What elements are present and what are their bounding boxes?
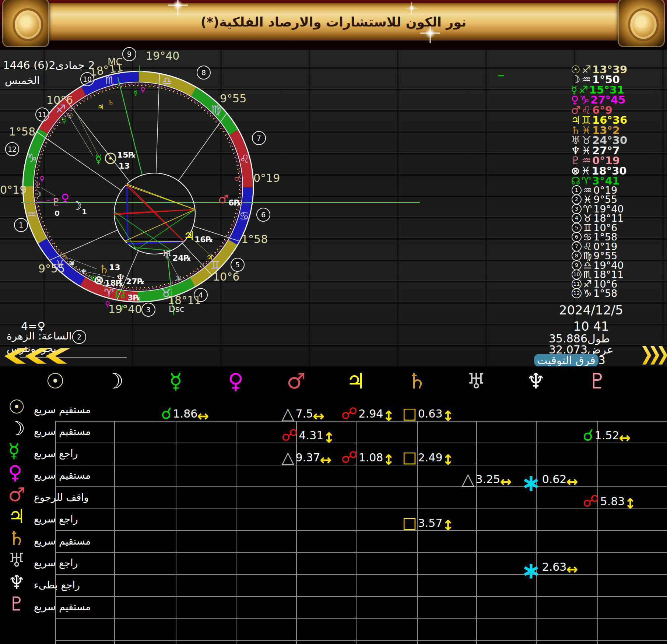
svg-text:16℞: 16℞ <box>194 235 213 244</box>
cusp-2-degree: 9°55 <box>38 262 65 275</box>
svg-text:27℞: 27℞ <box>126 277 144 286</box>
svg-text:⊗: ⊗ <box>69 258 75 267</box>
svg-text:♄: ♄ <box>62 251 68 259</box>
jupiter-icon: ♃ <box>339 369 372 394</box>
pluto-icon: ♇ <box>581 369 614 394</box>
house-4-circle: 4 <box>194 288 208 302</box>
planet-status: راجع سريع <box>34 513 78 525</box>
svg-text:1: 1 <box>82 207 87 216</box>
aspect-cell-sun-jupiter: ☍2.94↕ <box>341 404 394 423</box>
svg-text:♂: ♂ <box>234 174 240 182</box>
planet-status: واقف للرجوع <box>34 492 89 503</box>
mercury-glyph: ☿ <box>95 152 102 165</box>
aspect-cell-moon-mars: ☍4.31↕ <box>281 426 335 445</box>
cusp-12-degree: 1°58 <box>9 125 35 138</box>
svg-text:♄: ♄ <box>108 98 114 106</box>
moon-glyph: ☽ <box>71 199 82 213</box>
planet-status: مستقيم سريع <box>34 601 91 612</box>
svg-text:♍: ♍ <box>211 103 221 116</box>
sextile-icon: ∗ <box>521 559 541 582</box>
moon-icon: ☽ <box>98 369 131 394</box>
sextile-icon: ∗ <box>521 471 541 495</box>
house-6-circle: 6 <box>256 208 270 222</box>
pluto-icon: ♇ <box>8 594 25 613</box>
planet-status: مستقيم سريع <box>34 426 91 437</box>
aspect-cell-mars-pluto: ☍5.83↕ <box>583 492 636 511</box>
svg-text:♀: ♀ <box>39 175 45 183</box>
svg-text:♀: ♀ <box>140 85 145 94</box>
jupiter-icon: ♃ <box>8 507 25 526</box>
weekday: الخميس <box>5 74 40 87</box>
trine-icon: △ <box>461 471 474 488</box>
venus-glyph: ♀ <box>61 191 69 204</box>
pluto-glyph: ♇ <box>52 196 61 208</box>
square-icon: □ <box>402 515 417 531</box>
svg-text:♒: ♒ <box>27 208 37 221</box>
time-value: 10 41 <box>549 319 633 334</box>
cusp-8-degree: 9°55 <box>220 92 246 105</box>
svg-text:☿: ☿ <box>62 116 66 124</box>
north-node-glyph: ☊ <box>115 287 125 301</box>
cusp-9-degree: 19°40 <box>146 49 179 62</box>
house-2-circle: 2 <box>72 330 86 344</box>
planet-status: مستقيم سريع <box>34 404 91 415</box>
mc-label: MC <box>108 56 123 67</box>
planet-status: راجع سريع <box>34 557 78 569</box>
green-dash-marker <box>498 75 504 76</box>
uranus-icon: ♅ <box>460 369 493 394</box>
svg-text:♈: ♈ <box>104 286 114 299</box>
title-banner: نور الكون للاستشارات والارصاد الفلكية(*) <box>0 0 667 50</box>
house-5-circle: 5 <box>231 258 245 272</box>
house-9-circle: 9 <box>122 47 136 61</box>
aspect-cell-sun-mars: △7.5↔ <box>281 404 324 423</box>
svg-text:24℞: 24℞ <box>172 253 191 263</box>
svg-text:♃: ♃ <box>97 103 103 111</box>
mc-axis-marker: ⊥ <box>136 63 144 74</box>
aspect-cell-venus-neptune: ∗0.62↔ <box>521 469 578 489</box>
house-1-circle: 1 <box>14 218 28 232</box>
neptune-icon: ♆ <box>8 573 25 592</box>
svg-text:0: 0 <box>55 209 60 218</box>
house-7-circle: 7 <box>252 131 266 145</box>
sun-icon: ☉ <box>8 397 25 416</box>
saturn-icon: ♄ <box>400 369 433 394</box>
aspect-grid: ☉ ☽ ☿ ♀ ♂ ♃ ♄ ♅ ♆ ♇ ☉ مستقيم سريع ☽ <box>0 366 667 644</box>
svg-text:♎: ♎ <box>162 74 172 87</box>
conjunction-icon: ☌ <box>583 427 594 443</box>
svg-text:♅: ♅ <box>175 275 182 283</box>
aspect-cell-venus-uranus: △3.25↔ <box>461 469 512 489</box>
cusp-7-degree: 0°19 <box>253 172 280 184</box>
svg-text:☽: ☽ <box>35 190 41 198</box>
planet-status: مستقيم سريع <box>34 469 91 481</box>
trine-icon: △ <box>281 405 294 422</box>
aspect-cell-jupiter-saturn: □3.57↕ <box>402 513 454 532</box>
svg-text:13: 13 <box>119 161 130 170</box>
neptune-glyph: ♆ <box>116 272 126 285</box>
sun-icon: ☉ <box>39 369 72 394</box>
astrology-app: نور الكون للاستشارات والارصاد الفلكية(*) <box>0 0 667 644</box>
svg-text:♋: ♋ <box>239 210 249 222</box>
aspect-cell-sun-mercury: ☌1.86↔ <box>161 404 209 423</box>
aspect-cell-mercury-saturn: □2.49↕ <box>402 448 454 467</box>
mercury-icon: ☿ <box>8 441 20 460</box>
mars-icon: ♂ <box>280 369 313 394</box>
uranus-icon: ♅ <box>8 550 25 570</box>
house-11-circle: 11 <box>35 108 49 122</box>
conjunction-icon: ☌ <box>161 405 172 422</box>
square-icon: □ <box>402 406 417 421</box>
moon-icon: ☽ <box>8 419 25 438</box>
svg-text:☉: ☉ <box>67 111 73 119</box>
mars-icon: ♂ <box>8 485 25 504</box>
house-10-circle: 10 <box>80 72 94 86</box>
house-12-circle: 12 <box>5 142 19 156</box>
planet-status: مستقيم سريع <box>34 535 91 547</box>
svg-text:♃: ♃ <box>206 253 213 261</box>
venus-icon: ♀ <box>8 463 22 482</box>
app-title: نور الكون للاستشارات والارصاد الفلكية(*) <box>0 15 667 29</box>
svg-text:♆: ♆ <box>80 267 87 275</box>
svg-text:☿: ☿ <box>133 89 138 97</box>
dsc-label: Dsc <box>169 304 184 314</box>
timezone-offset: 3فرق التوقيت <box>534 354 626 367</box>
jupiter-glyph: ♃ <box>183 228 194 243</box>
opposition-icon: ☍ <box>341 405 358 422</box>
